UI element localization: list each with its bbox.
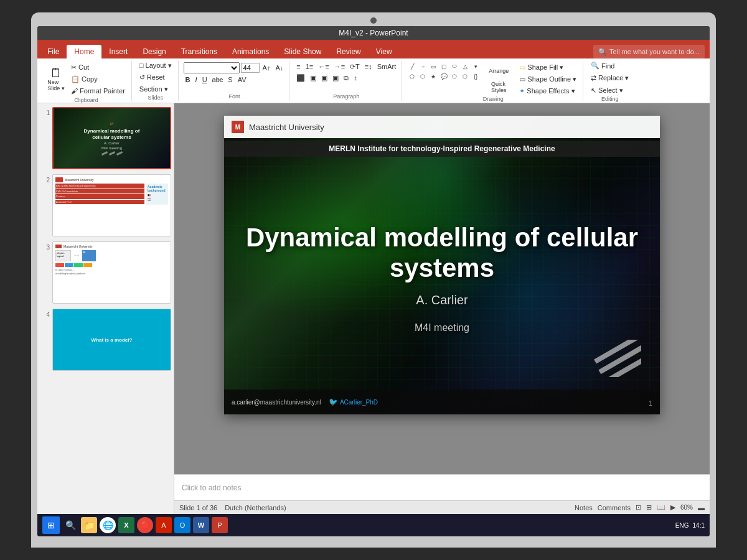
select-button[interactable]: ↖ Select ▾ <box>588 85 631 96</box>
shape-pentagon[interactable]: ⬠ <box>449 72 459 81</box>
notes-placeholder: Click to add notes <box>182 483 241 492</box>
shape-arrow[interactable]: → <box>418 62 428 71</box>
shape-fill-button[interactable]: ▭ Shape Fill ▾ <box>517 62 579 73</box>
font-size-box[interactable]: 44 <box>241 63 260 73</box>
text-direction-button[interactable]: ⟳T <box>348 62 362 72</box>
university-logo: M <box>232 121 244 133</box>
quick-styles-button[interactable]: QuickStyles <box>483 81 514 93</box>
zoom-slider[interactable]: ▬ <box>698 504 705 511</box>
taskbar-chrome2[interactable]: 🔴 <box>137 517 153 533</box>
drawing-group: ╱ → ▭ ▢ ⬭ △ ▾ ⬠ ⬡ ★ 💬 <box>403 61 583 101</box>
line-spacing-button[interactable]: ↕ <box>352 73 359 82</box>
font-family-select[interactable] <box>184 62 240 73</box>
shape-curly[interactable]: {} <box>471 72 481 81</box>
columns-button[interactable]: ⧉ <box>342 73 350 83</box>
layout-button[interactable]: □ Layout ▾ <box>137 60 174 71</box>
view-normal[interactable]: ⊡ <box>636 503 641 511</box>
tab-transitions[interactable]: Transitions <box>174 45 225 58</box>
slide-thumb-3[interactable]: 3 Maastricht University physio-logical → <box>40 241 171 304</box>
slide-thumb-2[interactable]: 2 Maastricht University BSc & MSc Biomed… <box>40 174 171 236</box>
view-slideshow[interactable]: ▶ <box>670 503 675 511</box>
char-spacing-button[interactable]: AV <box>236 75 248 84</box>
para-row2: ⬛ ▣ ▣ ▣ ⧉ ↕ <box>294 73 398 83</box>
slide-img-4[interactable]: What is a model? <box>52 309 171 371</box>
taskbar-chrome[interactable]: 🌐 <box>100 517 116 533</box>
tab-slideshow[interactable]: Slide Show <box>276 45 329 58</box>
font-grow-button[interactable]: A↑ <box>261 63 273 72</box>
align-text-button[interactable]: ≡↕ <box>363 62 374 71</box>
slide-img-2[interactable]: Maastricht University BSc & MSc Biomedic… <box>52 174 171 236</box>
shape-line[interactable]: ╱ <box>407 62 417 71</box>
start-button[interactable]: ⊞ <box>42 516 60 534</box>
copy-button[interactable]: 📋 Copy <box>68 74 128 85</box>
slide-img-1[interactable]: M Dynamical modelling ofcellular systems… <box>52 107 171 169</box>
taskbar-powerpoint[interactable]: P <box>212 517 228 533</box>
tab-home[interactable]: Home <box>67 45 101 58</box>
replace-button[interactable]: ⇄ Replace ▾ <box>588 73 631 83</box>
shape-parallelogram[interactable]: ⬠ <box>407 72 417 81</box>
shape-rect[interactable]: ▭ <box>428 62 438 71</box>
font-shrink-button[interactable]: A↓ <box>273 63 285 72</box>
zoom-level: 60% <box>680 504 693 511</box>
align-center-button[interactable]: ▣ <box>308 73 318 83</box>
slides-label: Slides <box>148 95 163 101</box>
format-painter-button[interactable]: 🖌 Format Painter <box>68 86 128 96</box>
shape-callout[interactable]: 💬 <box>439 72 449 81</box>
main-slide[interactable]: M Maastricht University MERLN Institute … <box>224 116 660 414</box>
underline-button[interactable]: U <box>200 75 209 84</box>
tab-insert[interactable]: Insert <box>101 45 135 58</box>
slide-thumb-1[interactable]: 1 M Dynamical modelling ofcellular syste… <box>40 107 171 169</box>
shape-triangle[interactable]: △ <box>460 62 470 71</box>
thumb1-author: A. Carlier <box>104 141 120 145</box>
tab-animations[interactable]: Animations <box>225 45 276 58</box>
reset-button[interactable]: ↺ Reset <box>137 72 167 83</box>
slide-img-3[interactable]: Maastricht University physio-logical → 🖥 <box>52 241 171 304</box>
comments-button[interactable]: Comments <box>598 504 631 511</box>
smartart-button[interactable]: SmArt <box>375 62 398 71</box>
decrease-indent-button[interactable]: ←≡ <box>316 62 331 71</box>
tab-design[interactable]: Design <box>135 45 173 58</box>
shape-cylinder[interactable]: ⬡ <box>418 72 428 81</box>
shape-outline-button[interactable]: ▭ Shape Outline ▾ <box>517 74 579 85</box>
align-left-button[interactable]: ⬛ <box>294 73 307 83</box>
tab-view[interactable]: View <box>369 45 400 58</box>
bullets-button[interactable]: ≡ <box>294 62 302 71</box>
section-button[interactable]: Section ▾ <box>137 84 171 95</box>
slide-thumb-4[interactable]: 4 What is a model? <box>40 309 171 371</box>
tab-review[interactable]: Review <box>329 45 368 58</box>
cut-button[interactable]: ✂ Cut <box>68 62 128 73</box>
taskbar-word[interactable]: W <box>193 517 209 533</box>
new-slide-button[interactable]: 🗒 NewSlide ▾ <box>45 63 67 95</box>
justify-button[interactable]: ▣ <box>331 73 341 83</box>
search-taskbar[interactable]: 🔍 <box>62 517 78 533</box>
italic-button[interactable]: I <box>194 75 199 84</box>
arrange-button[interactable]: Arrange <box>483 62 514 80</box>
bold-button[interactable]: B <box>184 75 192 84</box>
tab-file[interactable]: File <box>40 45 67 58</box>
taskbar-excel[interactable]: X <box>118 517 134 533</box>
align-right-button[interactable]: ▣ <box>319 73 329 83</box>
taskbar-outlook[interactable]: O <box>174 517 190 533</box>
numbering-button[interactable]: 1≡ <box>304 62 316 71</box>
slides-panel[interactable]: 1 M Dynamical modelling ofcellular syste… <box>37 103 174 514</box>
shape-effects-button[interactable]: ✦ Shape Effects ▾ <box>517 86 579 96</box>
shape-star[interactable]: ★ <box>428 72 438 81</box>
shape-rounded-rect[interactable]: ▢ <box>439 62 449 71</box>
shape-hexagon[interactable]: ⬡ <box>460 72 470 81</box>
main-area: 1 M Dynamical modelling ofcellular syste… <box>37 103 710 514</box>
view-reading[interactable]: 📖 <box>657 503 665 511</box>
tell-me-input[interactable]: Tell me what you want to do... <box>609 48 700 55</box>
canvas-scroll[interactable]: M Maastricht University MERLN Institute … <box>174 103 710 474</box>
language-indicator: Dutch (Netherlands) <box>225 504 286 511</box>
notes-button[interactable]: Notes <box>575 504 593 511</box>
shape-oval[interactable]: ⬭ <box>449 62 459 71</box>
notes-area[interactable]: Click to add notes <box>174 474 710 500</box>
taskbar-acrobat[interactable]: A <box>156 517 172 533</box>
strikethrough-button[interactable]: abc <box>210 75 225 84</box>
increase-indent-button[interactable]: →≡ <box>332 62 347 71</box>
find-button[interactable]: 🔍 Find <box>588 60 631 71</box>
taskbar-file-explorer[interactable]: 📁 <box>81 517 97 533</box>
shape-more[interactable]: ▾ <box>471 62 481 71</box>
font-shadow-button[interactable]: S <box>226 75 234 84</box>
view-slide-sorter[interactable]: ⊞ <box>646 503 652 511</box>
